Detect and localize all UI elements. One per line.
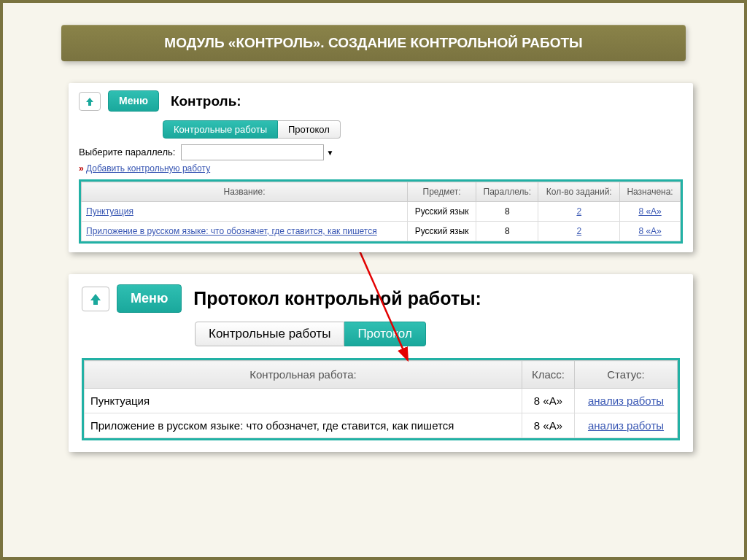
- th-tasks: Кол-во заданий:: [538, 182, 620, 202]
- bullet-icon: »: [79, 163, 84, 174]
- menu-button[interactable]: Меню: [108, 90, 159, 112]
- panel-control: Меню Контроль: Контрольные работы Проток…: [69, 83, 693, 252]
- dropdown-icon[interactable]: ▼: [327, 149, 334, 157]
- table-row: Приложение в русском языке: что обозначе…: [82, 222, 681, 241]
- cell-subject: Русский язык: [407, 222, 476, 241]
- work-link[interactable]: Пунктуация: [86, 206, 133, 217]
- tab-protocol[interactable]: Протокол: [278, 120, 341, 139]
- protocol-table: Контрольная работа: Класс: Статус: Пункт…: [84, 360, 678, 438]
- assigned-link[interactable]: 8 «А»: [638, 226, 661, 236]
- work-link[interactable]: Приложение в русском языке: что обозначе…: [86, 226, 377, 236]
- control-table: Название: Предмет: Параллель: Кол-во зад…: [81, 182, 681, 241]
- th-class: Класс:: [522, 361, 574, 389]
- up-button[interactable]: [82, 287, 109, 311]
- table-row: Пунктуация 8 «А» анализ работы: [85, 389, 678, 413]
- cell-parallel: 8: [476, 222, 538, 241]
- cell-subject: Русский язык: [407, 202, 476, 222]
- tasks-link[interactable]: 2: [576, 206, 581, 217]
- cell-work: Пунктуация: [85, 389, 522, 413]
- assigned-link[interactable]: 8 «А»: [638, 206, 661, 217]
- cell-work: Приложение в русском языке: что обозначе…: [85, 413, 522, 438]
- up-button[interactable]: [79, 92, 101, 111]
- th-parallel: Параллель:: [476, 182, 538, 202]
- th-name: Название:: [82, 182, 408, 202]
- slide-title: МОДУЛЬ «КОНТРОЛЬ». СОЗДАНИЕ КОНТРОЛЬНОЙ …: [61, 25, 686, 61]
- cell-parallel: 8: [476, 202, 538, 222]
- select-parallel-input[interactable]: [181, 144, 324, 160]
- add-control-work-link[interactable]: Добавить контрольную работу: [86, 163, 210, 174]
- section-title: Протокол контрольной работы:: [193, 288, 481, 309]
- tab-control-works[interactable]: Контрольные работы: [163, 120, 278, 139]
- analysis-link[interactable]: анализ работы: [588, 419, 664, 432]
- cell-class: 8 «А»: [522, 413, 574, 438]
- table-row: Приложение в русском языке: что обозначе…: [85, 413, 678, 438]
- section-title: Контроль:: [171, 93, 241, 109]
- tasks-link[interactable]: 2: [576, 226, 581, 236]
- control-table-wrap: Название: Предмет: Параллель: Кол-во зад…: [79, 179, 683, 244]
- tab-protocol[interactable]: Протокол: [344, 322, 425, 346]
- th-status: Статус:: [575, 361, 678, 389]
- arrow-up-icon: [88, 292, 103, 306]
- cell-class: 8 «А»: [522, 389, 574, 413]
- select-parallel-label: Выберите параллель:: [79, 147, 175, 158]
- th-assigned: Назначена:: [620, 182, 681, 202]
- menu-button[interactable]: Меню: [117, 284, 182, 313]
- tab-control-works[interactable]: Контрольные работы: [195, 322, 344, 346]
- th-work: Контрольная работа:: [85, 361, 522, 389]
- th-subject: Предмет:: [407, 182, 476, 202]
- arrow-up-icon: [84, 96, 96, 107]
- table-row: Пунктуация Русский язык 8 2 8 «А»: [82, 202, 681, 222]
- analysis-link[interactable]: анализ работы: [588, 394, 664, 407]
- panel-protocol: Меню Протокол контрольной работы: Контро…: [69, 274, 693, 452]
- protocol-table-wrap: Контрольная работа: Класс: Статус: Пункт…: [82, 358, 680, 440]
